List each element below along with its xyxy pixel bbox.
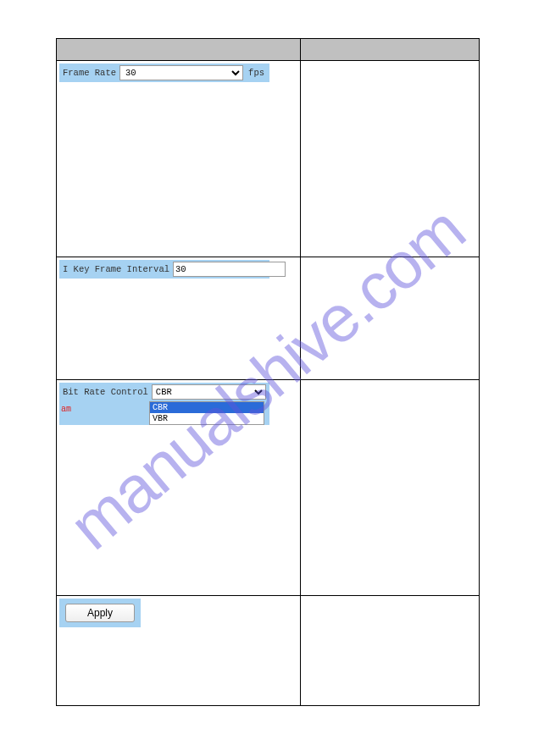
key-frame-interval-row: I Key Frame Interval (57, 257, 480, 380)
apply-row: Apply (57, 596, 480, 706)
bit-rate-control-row: Bit Rate Control CBR CBR VBR am (57, 380, 480, 596)
frame-rate-field: Frame Rate 30 fps (59, 63, 269, 82)
key-frame-interval-label: I Key Frame Interval (59, 264, 173, 274)
frame-rate-unit: fps (243, 68, 269, 78)
key-frame-interval-field: I Key Frame Interval (59, 260, 269, 279)
table-header-row (57, 39, 480, 61)
apply-button[interactable]: Apply (65, 604, 135, 622)
bit-rate-control-dropdown-list: CBR VBR (149, 401, 264, 425)
apply-button-wrap: Apply (59, 599, 141, 627)
bit-rate-control-option-vbr[interactable]: VBR (150, 413, 264, 424)
bit-rate-control-field: Bit Rate Control CBR CBR VBR am (59, 383, 269, 425)
frame-rate-row: Frame Rate 30 fps (57, 61, 480, 257)
bit-rate-control-option-cbr[interactable]: CBR (150, 402, 264, 413)
bit-rate-control-label: Bit Rate Control (59, 387, 152, 397)
bit-rate-control-select[interactable]: CBR (152, 384, 266, 400)
frame-rate-select[interactable]: 30 (119, 65, 243, 80)
key-frame-interval-input[interactable] (173, 262, 286, 277)
frame-rate-label: Frame Rate (59, 68, 119, 78)
settings-table: Frame Rate 30 fps I Key Frame Interval (56, 38, 480, 706)
secondary-label: am (61, 405, 71, 414)
